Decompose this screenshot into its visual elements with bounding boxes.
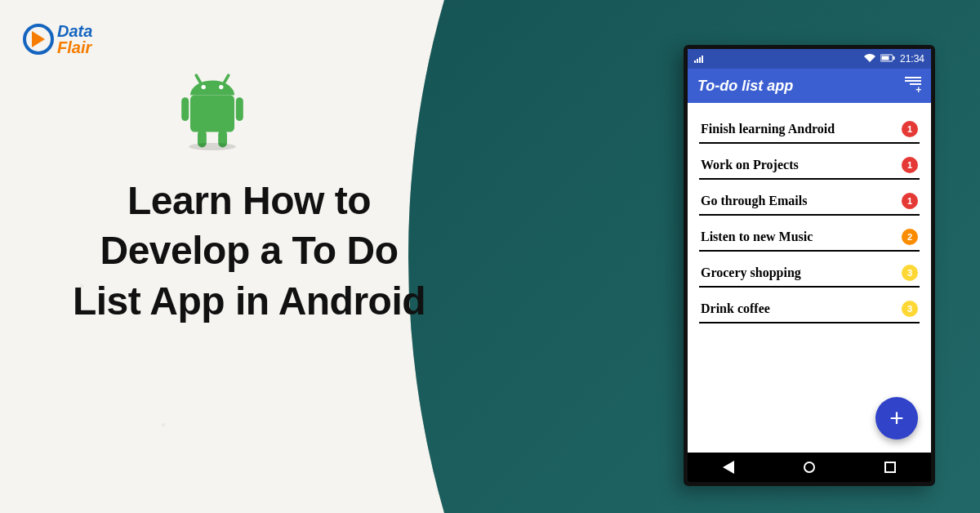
logo: Data Flair — [23, 23, 92, 56]
priority-badge: 3 — [902, 265, 918, 281]
list-item-label: Grocery shopping — [701, 265, 801, 280]
logo-text: Data Flair — [57, 23, 92, 56]
list-item[interactable]: Finish learning Android 1 — [699, 113, 920, 144]
priority-badge: 1 — [902, 121, 918, 137]
svg-line-5 — [196, 75, 201, 84]
filter-add-icon[interactable]: + — [905, 77, 921, 95]
list-item[interactable]: Grocery shopping 3 — [699, 256, 920, 288]
svg-rect-12 — [893, 56, 894, 60]
list-item[interactable]: Drink coffee 3 — [699, 292, 920, 323]
svg-line-6 — [224, 75, 229, 84]
android-nav-bar — [688, 453, 931, 482]
app-bar-title: To-do list app — [697, 78, 793, 95]
list-item[interactable]: Work on Projects 1 — [699, 149, 920, 180]
svg-point-9 — [189, 143, 236, 150]
signal-icon — [694, 55, 703, 63]
status-time: 21:34 — [900, 53, 924, 65]
android-icon — [176, 61, 249, 151]
list-item[interactable]: Listen to new Music 2 — [699, 221, 920, 252]
priority-badge: 2 — [902, 229, 918, 245]
nav-recent-icon[interactable] — [884, 462, 896, 473]
svg-point-7 — [202, 85, 206, 89]
app-bar: To-do list app + — [688, 69, 931, 103]
logo-text-line1: Data — [57, 23, 92, 39]
list-item-label: Listen to new Music — [701, 230, 813, 244]
list-item-label: Drink coffee — [701, 301, 770, 316]
list-item-label: Go through Emails — [701, 194, 807, 208]
svg-rect-2 — [236, 97, 243, 121]
battery-icon — [880, 53, 895, 65]
list-item-label: Work on Projects — [701, 158, 799, 172]
page-title: Learn How to Develop a To Do List App in… — [69, 176, 429, 326]
svg-rect-1 — [181, 97, 189, 121]
svg-rect-0 — [190, 96, 234, 132]
priority-badge: 1 — [902, 157, 918, 173]
nav-home-icon[interactable] — [804, 462, 815, 473]
list-item-label: Finish learning Android — [701, 122, 835, 136]
logo-icon — [23, 24, 54, 55]
svg-point-8 — [219, 85, 223, 89]
svg-rect-11 — [881, 56, 889, 60]
phone-mockup: 21:34 To-do list app + Finish learning A… — [684, 45, 935, 486]
fab-add-button[interactable]: + — [875, 397, 918, 439]
priority-badge: 3 — [902, 301, 918, 317]
nav-back-icon[interactable] — [723, 461, 734, 474]
wifi-icon — [864, 53, 875, 65]
priority-badge: 1 — [902, 193, 918, 209]
list-item[interactable]: Go through Emails 1 — [699, 185, 920, 216]
logo-text-line2: Flair — [57, 39, 92, 56]
status-bar: 21:34 — [688, 49, 931, 69]
todo-list: Finish learning Android 1 Work on Projec… — [688, 103, 931, 453]
